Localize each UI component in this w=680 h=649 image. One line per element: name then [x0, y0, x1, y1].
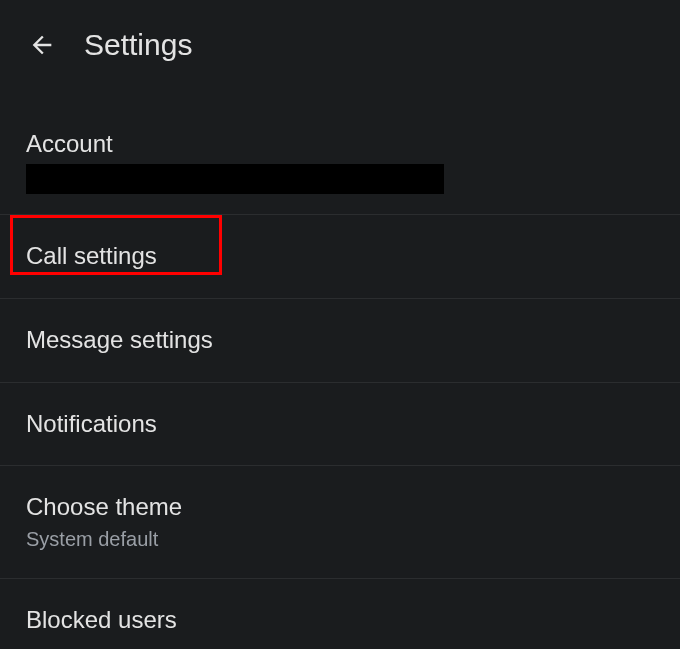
list-item-title: Blocked users: [26, 606, 654, 635]
account-section[interactable]: Account: [0, 90, 680, 214]
list-item-call-settings[interactable]: Call settings: [0, 215, 680, 298]
account-value-redacted: [26, 164, 444, 194]
page-title: Settings: [84, 28, 192, 62]
list-item-choose-theme[interactable]: Choose theme System default: [0, 466, 680, 578]
list-item-subtitle: System default: [26, 528, 654, 551]
list-item-title: Message settings: [26, 326, 654, 355]
list-item-title: Notifications: [26, 410, 654, 439]
account-label: Account: [26, 130, 654, 158]
header: Settings: [0, 0, 680, 90]
settings-screen: Settings Account Call settings Message s…: [0, 0, 680, 649]
list-item-blocked-users[interactable]: Blocked users: [0, 579, 680, 649]
list-item-notifications[interactable]: Notifications: [0, 383, 680, 466]
list-item-message-settings[interactable]: Message settings: [0, 299, 680, 382]
list-item-title: Call settings: [26, 242, 654, 271]
back-arrow-icon[interactable]: [28, 31, 56, 59]
list-item-title: Choose theme: [26, 493, 654, 522]
